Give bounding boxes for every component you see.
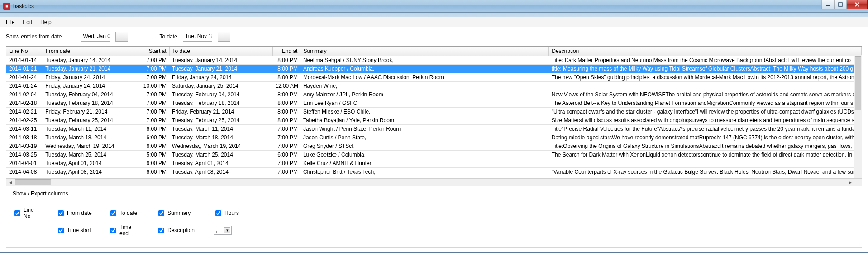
col-summary[interactable]: Summary: [300, 47, 549, 56]
menu-help[interactable]: Help: [37, 18, 55, 26]
cell-desc: [549, 82, 862, 90]
table-row[interactable]: 2014-03-18Tuesday, March 18, 20146:00 PM…: [6, 133, 862, 142]
cell-todate: Wednesday, March 19, 2014: [169, 142, 272, 151]
cell-start: 6:00 PM: [140, 159, 169, 168]
cell-endat: 7:00 PM: [272, 133, 300, 142]
check-fromdate-label: From date: [67, 210, 92, 216]
cell-todate: Friday, January 24, 2014: [169, 73, 272, 82]
cell-lineno: 2014-02-18: [6, 99, 43, 108]
cell-desc: "Variable Counterparts of X-ray sources …: [549, 168, 862, 176]
cell-lineno: 2014-01-14: [6, 56, 43, 65]
cell-summary: Luke Goetzke / Columbia,: [300, 151, 549, 159]
cell-fromdate: Tuesday, March 18, 2014: [43, 133, 140, 142]
cell-desc: New Views of the Solar System with NEOWI…: [549, 90, 862, 99]
cell-start: 6:00 PM: [140, 125, 169, 133]
entries-grid[interactable]: Line No From date Start at To date End a…: [6, 46, 862, 186]
window-title: basic.ics: [13, 3, 34, 9]
cell-lineno: 2014-02-21: [6, 108, 43, 116]
table-row[interactable]: 2014-04-01Tuesday, April 01, 20146:00 PM…: [6, 159, 862, 168]
col-todate[interactable]: To date: [169, 47, 272, 56]
cell-summary: Steffen Mieske / ESO Chile,: [300, 108, 549, 116]
to-date-input[interactable]: Tue, Nov 18, 2: [183, 32, 212, 42]
table-row[interactable]: 2014-02-18Tuesday, February 18, 20147:00…: [6, 99, 862, 108]
chevron-down-icon: ▾: [224, 227, 230, 233]
cell-endat: 8:00 PM: [272, 56, 300, 65]
cell-start: 7:00 PM: [140, 116, 169, 125]
cell-summary: Erin Lee Ryan / GSFC,: [300, 99, 549, 108]
cell-fromdate: Friday, January 24, 2014: [43, 82, 140, 90]
to-date-browse-button[interactable]: ...: [218, 32, 230, 42]
cell-todate: Tuesday, January 21, 2014: [169, 65, 272, 73]
check-timeend[interactable]: Time end: [109, 224, 140, 237]
check-description[interactable]: Description: [157, 226, 197, 235]
check-lineno[interactable]: Line No: [13, 207, 40, 219]
minimize-button[interactable]: [821, 0, 834, 9]
export-columns-legend: Show / Export columns: [11, 190, 70, 197]
cell-lineno: 2014-03-18: [6, 133, 43, 142]
scroll-left-icon[interactable]: ◂: [6, 179, 14, 186]
col-start[interactable]: Start at: [140, 47, 169, 56]
cell-start: 6:00 PM: [140, 142, 169, 151]
cell-fromdate: Tuesday, March 25, 2014: [43, 151, 140, 159]
cell-endat: 7:00 PM: [272, 168, 300, 176]
from-date-input[interactable]: Wed, Jan 01, 2: [81, 32, 110, 42]
cell-todate: Tuesday, February 18, 2014: [169, 99, 272, 108]
check-hours[interactable]: Hours: [214, 209, 241, 218]
check-todate-label: To date: [119, 210, 137, 216]
cell-todate: Tuesday, February 04, 2014: [169, 90, 272, 99]
check-summary[interactable]: Summary: [157, 209, 197, 218]
cell-desc: Dating middle-aged starsWe have recently…: [549, 133, 862, 142]
cell-fromdate: Tuesday, February 18, 2014: [43, 99, 140, 108]
menu-edit[interactable]: Edit: [19, 18, 36, 26]
close-button[interactable]: [847, 0, 868, 9]
cell-lineno: 2014-02-25: [6, 116, 43, 125]
table-row[interactable]: 2014-03-11Tuesday, March 11, 20146:00 PM…: [6, 125, 862, 133]
cell-lineno: 2014-01-24: [6, 73, 43, 82]
cell-desc: "Ultra compact dwarfs and the star clust…: [549, 108, 862, 116]
table-row[interactable]: 2014-01-24Friday, January 24, 201410:00 …: [6, 82, 862, 90]
col-description[interactable]: Description: [549, 47, 862, 56]
cell-summary: Amy Mainzer / JPL, Perkin Room: [300, 90, 549, 99]
export-columns-group: Show / Export columns Line No From date …: [6, 194, 862, 248]
vertical-scrollbar[interactable]: [854, 55, 862, 178]
table-row[interactable]: 2014-01-14Tuesday, January 14, 20147:00 …: [6, 56, 862, 65]
check-timeend-label: Time end: [119, 224, 140, 237]
cell-start: 7:00 PM: [140, 108, 169, 116]
cell-summary: Tabetha Boyajian / Yale, Perkin Room: [300, 116, 549, 125]
table-row[interactable]: 2014-03-25Tuesday, March 25, 20145:00 PM…: [6, 151, 862, 159]
cell-desc: The Search for Dark Matter with XenonLiq…: [549, 151, 862, 159]
check-fromdate[interactable]: From date: [56, 209, 92, 218]
from-date-browse-button[interactable]: ...: [115, 32, 128, 42]
cell-desc: The Asteroid Belt--a Key to Understandin…: [549, 99, 862, 108]
table-row[interactable]: 2014-01-24Friday, January 24, 20147:00 P…: [6, 73, 862, 82]
col-endat[interactable]: End at: [272, 47, 300, 56]
table-row[interactable]: 2014-01-21Tuesday, January 21, 20147:00 …: [6, 65, 862, 73]
col-lineno[interactable]: Line No: [6, 47, 43, 56]
menu-file[interactable]: File: [2, 18, 18, 26]
cell-fromdate: Friday, January 24, 2014: [43, 73, 140, 82]
cell-todate: Tuesday, January 14, 2014: [169, 56, 272, 65]
cell-summary: Neelima Sehgal / SUNY Stony Brook,: [300, 56, 549, 65]
maximize-button[interactable]: [834, 0, 847, 9]
scroll-right-icon[interactable]: ▸: [846, 179, 854, 186]
cell-todate: Tuesday, February 25, 2014: [169, 116, 272, 125]
svg-rect-1: [839, 3, 842, 6]
horizontal-scrollbar[interactable]: ◂ ▸: [6, 178, 854, 186]
to-date-label: To date: [159, 33, 177, 40]
separator-combo[interactable]: , ▾: [214, 226, 232, 235]
table-row[interactable]: 2014-04-08Tuesday, April 08, 20146:00 PM…: [6, 168, 862, 176]
check-timestart[interactable]: Time start: [56, 226, 92, 235]
cell-start: 6:00 PM: [140, 133, 169, 142]
cell-todate: Tuesday, April 01, 2014: [169, 159, 272, 168]
cell-desc: Size MattersI will discuss results assoc…: [549, 116, 862, 125]
table-row[interactable]: 2014-02-21Friday, February 21, 20147:00 …: [6, 108, 862, 116]
table-row[interactable]: 2014-02-04Tuesday, February 04, 20147:00…: [6, 90, 862, 99]
check-todate[interactable]: To date: [109, 209, 140, 218]
table-row[interactable]: 2014-03-19Wednesday, March 19, 20146:00 …: [6, 142, 862, 151]
col-fromdate[interactable]: From date: [43, 47, 140, 56]
titlebar: ■ basic.ics: [0, 0, 868, 13]
cell-desc: title: Measuring the mass of the Milky W…: [549, 65, 862, 73]
table-row[interactable]: 2014-02-25Tuesday, February 25, 20147:00…: [6, 116, 862, 125]
check-summary-label: Summary: [167, 210, 191, 216]
cell-todate: Friday, February 21, 2014: [169, 108, 272, 116]
